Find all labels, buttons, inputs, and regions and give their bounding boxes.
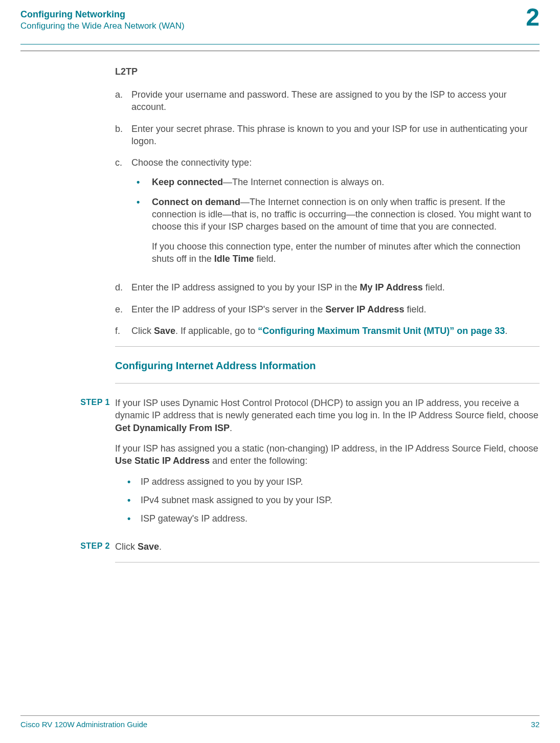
step-body: Provide your username and password. Thes… xyxy=(131,88,540,114)
text-post: . xyxy=(230,423,232,433)
step-marker: b. xyxy=(115,123,131,148)
step-b: b. Enter your secret phrase. This phrase… xyxy=(115,123,540,148)
footer-guide-title: Cisco RV 120W Administration Guide xyxy=(20,720,147,729)
text-mid: . If applicable, go to xyxy=(175,326,258,336)
step-1-para-1: If your ISP uses Dynamic Host Control Pr… xyxy=(115,397,540,434)
page-footer: Cisco RV 120W Administration Guide 32 xyxy=(20,715,540,729)
header-subtitle: Configuring the Wide Area Network (WAN) xyxy=(20,21,540,31)
bullet-icon: • xyxy=(131,176,152,188)
step-1: STEP 1 If your ISP uses Dynamic Host Con… xyxy=(72,397,540,531)
get-dynamically-label: Get Dynamically From ISP xyxy=(115,423,230,433)
text-pre: If your ISP uses Dynamic Host Control Pr… xyxy=(115,398,539,420)
my-ip-address-label: My IP Address xyxy=(360,282,423,292)
step-body: Enter the IP address of your ISP's serve… xyxy=(131,303,540,316)
main-content: L2TP a. Provide your username and passwo… xyxy=(115,66,540,576)
step-1-para-2: If your ISP has assigned you a static (n… xyxy=(115,442,540,467)
text-post: . xyxy=(159,542,162,552)
header-rule-main xyxy=(20,51,540,51)
bullet-icon: • xyxy=(131,196,152,265)
step-body: Click Save. If applicable, go to “Config… xyxy=(131,325,540,337)
step-body: Enter the IP address assigned to you by … xyxy=(131,281,540,294)
option-rest: —The Internet connection is always on. xyxy=(223,177,384,187)
extra-post: field. xyxy=(254,254,276,264)
bullet-text: ISP gateway's IP address. xyxy=(141,512,248,525)
bullet-text: IP address assigned to you by your ISP. xyxy=(141,476,303,488)
step-marker: d. xyxy=(115,281,131,294)
divider xyxy=(115,562,540,562)
list-item: • IPv4 subnet mask assigned to you by yo… xyxy=(115,494,540,506)
text-post: and enter the following: xyxy=(210,456,307,466)
text-post: field. xyxy=(404,304,426,314)
text-post: field. xyxy=(423,282,445,292)
option-text: Keep connected—The Internet connection i… xyxy=(152,176,540,188)
text-pre: Enter the IP address assigned to you by … xyxy=(131,282,360,292)
step-c-intro: Choose the connectivity type: xyxy=(131,157,252,168)
connectivity-options: • Keep connected—The Internet connection… xyxy=(131,176,540,265)
step-body: Enter your secret phrase. This phrase is… xyxy=(131,123,540,148)
page-header: Configuring Networking Configuring the W… xyxy=(0,0,560,31)
l2tp-heading: L2TP xyxy=(115,66,540,77)
bullet-text: IPv4 subnet mask assigned to you by your… xyxy=(141,494,332,506)
step-2-body: Click Save. xyxy=(115,541,540,553)
text-pre: Click xyxy=(115,542,138,552)
step-label: STEP 1 xyxy=(72,397,115,531)
bullet-icon: • xyxy=(115,512,141,525)
header-rules xyxy=(0,44,560,51)
option-label: Keep connected xyxy=(152,177,223,187)
list-item: • ISP gateway's IP address. xyxy=(115,512,540,525)
step-a: a. Provide your username and password. T… xyxy=(115,88,540,114)
step-body: Choose the connectivity type: • Keep con… xyxy=(131,156,540,272)
server-ip-address-label: Server IP Address xyxy=(325,304,404,314)
step-label: STEP 2 xyxy=(72,541,115,553)
step-marker: f. xyxy=(115,325,131,337)
step-2: STEP 2 Click Save. xyxy=(72,541,540,553)
bullet-icon: • xyxy=(115,494,141,506)
step-d: d. Enter the IP address assigned to you … xyxy=(115,281,540,294)
header-title: Configuring Networking xyxy=(20,9,540,20)
save-label: Save xyxy=(154,326,175,336)
step-marker: e. xyxy=(115,303,131,316)
text-pre: If your ISP has assigned you a static (n… xyxy=(115,443,538,454)
step-e: e. Enter the IP address of your ISP's se… xyxy=(115,303,540,316)
l2tp-steps: a. Provide your username and password. T… xyxy=(115,88,540,337)
extra-pre: If you choose this connection type, ente… xyxy=(152,241,520,264)
option-keep-connected: • Keep connected—The Internet connection… xyxy=(131,176,540,188)
step-1-body: If your ISP uses Dynamic Host Control Pr… xyxy=(115,397,540,531)
text-pre: Click xyxy=(131,326,154,336)
save-label: Save xyxy=(138,542,159,552)
bullet-icon: • xyxy=(115,476,141,488)
option-connect-on-demand: • Connect on demand—The Internet connect… xyxy=(131,196,540,265)
idle-time-label: Idle Time xyxy=(214,254,254,264)
step-marker: a. xyxy=(115,88,131,114)
option-label: Connect on demand xyxy=(152,197,240,207)
option-extra: If you choose this connection type, ente… xyxy=(152,240,540,265)
list-item: • IP address assigned to you by your ISP… xyxy=(115,476,540,488)
text-pre: Enter the IP address of your ISP's serve… xyxy=(131,304,325,314)
mtu-cross-reference-link[interactable]: “Configuring Maximum Transmit Unit (MTU)… xyxy=(258,326,505,336)
static-ip-bullets: • IP address assigned to you by your ISP… xyxy=(115,476,540,525)
header-rule-top xyxy=(20,44,540,44)
step-f: f. Click Save. If applicable, go to “Con… xyxy=(115,325,540,337)
use-static-ip-label: Use Static IP Address xyxy=(115,456,210,466)
step-marker: c. xyxy=(115,156,131,272)
option-text: Connect on demand—The Internet connectio… xyxy=(152,196,540,265)
step-c: c. Choose the connectivity type: • Keep … xyxy=(115,156,540,272)
chapter-number: 2 xyxy=(526,3,540,31)
footer-page-number: 32 xyxy=(531,720,540,729)
text-post: . xyxy=(505,326,507,336)
divider xyxy=(115,383,540,384)
subsection-heading: Configuring Internet Address Information xyxy=(115,360,540,372)
divider xyxy=(115,346,540,347)
